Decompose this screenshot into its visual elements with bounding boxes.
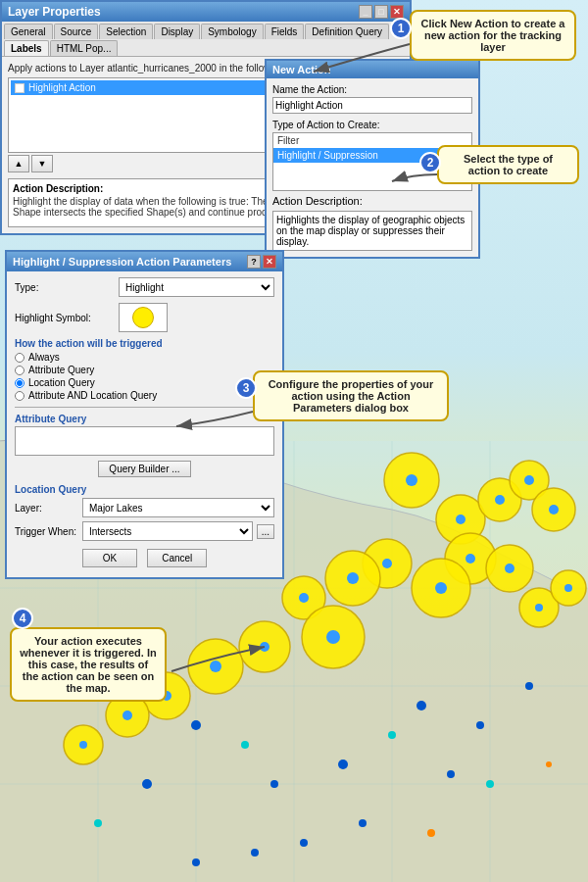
svg-point-16 [524,475,534,485]
svg-point-53 [525,682,533,690]
hs-radio-always-input[interactable] [15,353,24,363]
hs-type-select[interactable]: Highlight [119,277,274,297]
svg-point-22 [505,564,514,573]
hs-ok-button[interactable]: OK [82,549,137,567]
na-type-label: Type of Action to Create: [272,120,472,130]
tab-selection[interactable]: Selection [99,24,153,39]
hs-layer-label: Layer: [15,503,78,514]
callout-4-text: Your action executes whenever it is trig… [20,635,156,694]
hs-radio-location-input[interactable] [15,378,24,388]
hs-trigger-when-options-button[interactable]: ... [257,524,274,539]
tab-labels[interactable]: Labels [4,40,49,56]
minimize-button[interactable]: _ [359,5,372,19]
callout-number-4: 4 [12,608,33,629]
maximize-button[interactable]: □ [374,5,388,19]
arrow-up-button[interactable]: ▲ [8,155,29,172]
na-name-label: Name the Action: [272,84,472,95]
hs-trigger-when-label: Trigger When: [15,526,78,537]
svg-point-62 [94,819,102,827]
callout-4: Your action executes whenever it is trig… [10,627,167,702]
svg-point-28 [347,572,359,584]
layer-properties-titlebar: Layer Properties _ □ ✕ [2,2,410,22]
hs-bottom-buttons: OK Cancel [15,549,274,571]
na-description-label: Action Description: [272,195,472,207]
svg-point-57 [192,858,200,866]
callout-3-text: Configure the properties of your action … [269,378,434,414]
na-name-input[interactable] [272,97,472,114]
svg-point-12 [456,514,466,524]
hs-radio-always[interactable]: Always [15,352,274,363]
hs-radio-both-input[interactable] [15,391,24,401]
hs-radio-both-label: Attribute AND Location Query [28,390,157,401]
new-action-title: New Action [272,64,331,75]
hs-trigger-when-row: Trigger When: Intersects ... [15,521,274,541]
callout-number-2: 2 [419,152,441,173]
callout-3: Configure the properties of your action … [253,370,449,421]
hs-location-query-title: Location Query [15,484,274,495]
svg-point-36 [326,630,340,644]
svg-point-44 [122,710,132,720]
hs-help-button[interactable]: ? [247,255,261,269]
na-description-text: Highlights the display of geographic obj… [272,211,472,251]
hs-trigger-section-title: How the action will be triggered [15,338,274,349]
action-item-label: Highlight Action [28,82,96,93]
hs-type-row: Type: Highlight [15,277,274,297]
svg-point-52 [476,721,484,729]
svg-point-47 [191,720,201,730]
svg-point-50 [338,760,348,769]
svg-point-18 [549,505,559,514]
hs-symbol-row: Highlight Symbol: [15,303,274,332]
callout-number-3: 3 [235,377,257,399]
hs-title: Highlight / Suppression Action Parameter… [13,256,231,268]
callout-number-1: 1 [390,18,412,39]
svg-point-55 [300,839,308,847]
hs-cancel-button[interactable]: Cancel [147,549,207,567]
arrow-down-button[interactable]: ▼ [31,155,53,172]
hs-symbol-label: Highlight Symbol: [15,313,113,323]
tab-fields[interactable]: Fields [265,24,305,39]
hs-trigger-when-select[interactable]: Intersects [82,521,253,541]
svg-point-49 [270,780,278,788]
svg-point-54 [359,819,367,827]
callout-1-text: Click New Action to create a new action … [421,18,565,53]
svg-point-14 [495,495,505,505]
svg-point-30 [299,593,309,603]
tab-general[interactable]: General [4,24,53,39]
callout-1: Click New Action to create a new action … [410,10,576,61]
hs-radio-attribute[interactable]: Attribute Query [15,365,274,375]
hs-query-textarea[interactable] [15,426,274,456]
svg-point-32 [535,604,543,612]
hs-divider [15,407,274,408]
svg-point-24 [435,582,447,594]
hs-yellow-circle [132,307,154,328]
svg-point-34 [564,584,572,592]
callout-2-text: Select the type of action to create [464,153,553,176]
callout-2: Select the type of action to create [437,145,579,184]
svg-point-26 [382,559,392,568]
new-action-titlebar: New Action [267,61,478,78]
hs-symbol-box[interactable] [119,303,168,332]
svg-point-59 [241,741,249,749]
tab-symbology[interactable]: Symbology [201,24,263,39]
svg-point-20 [466,554,475,564]
svg-point-10 [406,474,417,486]
tab-source[interactable]: Source [54,24,99,39]
svg-point-46 [79,741,87,749]
svg-point-40 [210,661,221,672]
svg-point-38 [260,642,270,652]
hs-dialog: Highlight / Suppression Action Parameter… [5,250,284,579]
tab-definition-query[interactable]: Definition Query [305,24,389,39]
action-checkbox[interactable]: ✓ [15,83,24,93]
hs-layer-select[interactable]: Major Lakes [82,498,274,517]
svg-point-60 [388,731,396,739]
layer-properties-title: Layer Properties [8,5,101,19]
tab-display[interactable]: Display [154,24,200,39]
hs-close-button[interactable]: ✕ [263,255,276,269]
hs-attribute-query-title: Attribute Query [15,414,274,424]
close-button[interactable]: ✕ [390,5,404,19]
svg-point-63 [427,829,435,837]
svg-point-58 [447,770,455,778]
hs-query-builder-button[interactable]: Query Builder ... [98,461,190,477]
tab-html-pop[interactable]: HTML Pop... [50,40,119,56]
hs-radio-attribute-input[interactable] [15,366,24,375]
